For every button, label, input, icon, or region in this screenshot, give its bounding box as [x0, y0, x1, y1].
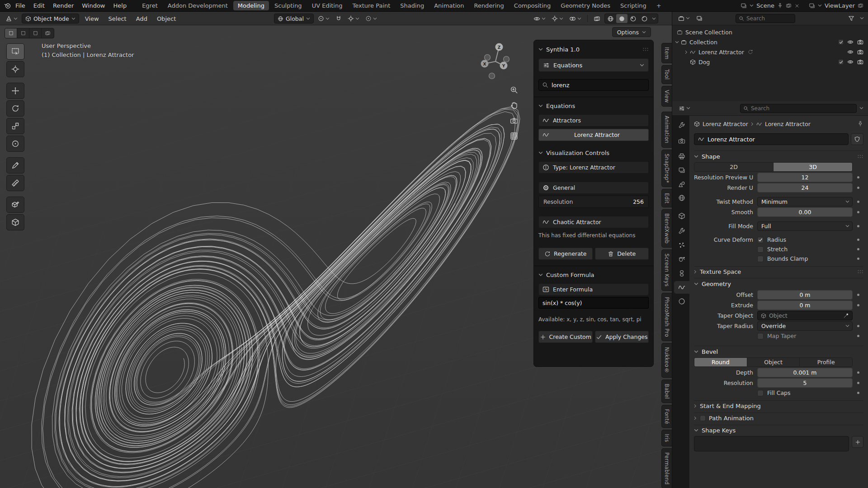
properties-search-input[interactable] — [751, 105, 854, 112]
equations-category-dropdown[interactable]: Equations — [538, 58, 649, 72]
pin-icon[interactable] — [857, 121, 863, 127]
menu-object[interactable]: Object — [153, 15, 179, 22]
workspace-tab-texture-paint[interactable]: Texture Paint — [348, 1, 395, 10]
fill-caps-checkbox[interactable] — [757, 390, 764, 396]
formula-input-field[interactable] — [538, 297, 649, 309]
tab-modifier-properties[interactable] — [674, 225, 689, 238]
shading-rendered-button[interactable] — [639, 14, 650, 23]
tab-tool[interactable]: Tool — [661, 65, 672, 84]
zoom-button[interactable] — [507, 83, 521, 97]
breadcrumb-object[interactable]: Lorenz Attractor — [703, 121, 748, 127]
menu-file[interactable]: File — [11, 2, 29, 9]
menu-window[interactable]: Window — [78, 2, 109, 9]
workspace-tab-geometry-nodes[interactable]: Geometry Nodes — [556, 1, 615, 10]
select-subtract-button[interactable] — [29, 28, 42, 38]
tab-item[interactable]: Item — [661, 43, 672, 63]
taper-object-field[interactable]: Object — [757, 311, 853, 320]
path-animation-checkbox[interactable] — [700, 415, 706, 421]
snap-toggle[interactable] — [334, 14, 344, 23]
breadcrumb-data[interactable]: Lorenz Attractor — [765, 121, 811, 127]
lorenz-attractor-item[interactable]: Lorenz Attractor — [538, 129, 649, 141]
tab-animation[interactable]: Animation — [661, 112, 672, 147]
toggle-2d-button[interactable]: 2D — [694, 163, 774, 171]
bevel-object-button[interactable]: Object — [747, 358, 800, 366]
workspace-tab-shading[interactable]: Shading — [396, 1, 429, 10]
properties-editor-dropdown[interactable] — [677, 103, 692, 113]
regenerate-button[interactable]: Regenerate — [538, 248, 593, 260]
workspace-tab-scripting[interactable]: Scripting — [616, 1, 651, 10]
workspace-tab-addon-development[interactable]: Addon Development — [163, 1, 232, 10]
decorator-dot[interactable] — [857, 294, 859, 296]
tab-nukkeo[interactable]: Nukkeo® — [661, 343, 672, 378]
shading-wireframe-button[interactable] — [605, 14, 616, 23]
bevel-depth-field[interactable]: 0.001 m — [757, 368, 853, 377]
map-taper-checkbox[interactable] — [757, 333, 764, 339]
visualization-controls-header[interactable]: Visualization Controls — [538, 149, 649, 157]
tab-constraint-properties[interactable] — [674, 267, 689, 280]
smooth-field[interactable]: 0.00 — [757, 207, 853, 217]
equation-search-field[interactable] — [538, 79, 649, 91]
proportional-editing-toggle[interactable] — [363, 14, 379, 23]
tool-add-cube[interactable] — [6, 197, 24, 213]
twist-method-dropdown[interactable]: Minimum — [757, 197, 853, 206]
xray-toggle[interactable] — [592, 14, 602, 23]
radius-checkbox[interactable] — [757, 237, 764, 243]
decorator-dot[interactable] — [857, 304, 859, 306]
outliner-row-collection[interactable]: Collection — [672, 37, 868, 47]
outliner-search-input[interactable] — [746, 15, 792, 22]
tab-material-properties[interactable] — [674, 295, 689, 308]
formula-input[interactable] — [542, 300, 645, 306]
hide-eye-icon[interactable] — [847, 59, 854, 65]
workspace-tab-compositing[interactable]: Compositing — [509, 1, 556, 10]
shading-solid-button[interactable] — [616, 14, 627, 23]
filter-funnel-icon[interactable] — [848, 15, 854, 22]
menu-select[interactable]: Select — [105, 15, 130, 22]
fake-user-button[interactable] — [851, 133, 863, 145]
outliner-search-field[interactable] — [736, 14, 795, 23]
scene-browse-icon[interactable] — [741, 3, 747, 9]
tool-rotate[interactable] — [6, 100, 24, 117]
outliner-row-scene-collection[interactable]: Scene Collection — [672, 27, 868, 37]
tab-view[interactable]: View — [661, 86, 672, 107]
camera-view-button[interactable] — [507, 114, 521, 127]
pin-scene-icon[interactable] — [777, 3, 783, 9]
tab-output-properties[interactable] — [674, 150, 689, 163]
unlink-scene-icon[interactable] — [794, 3, 800, 9]
hide-eye-icon[interactable] — [847, 39, 854, 45]
create-custom-button[interactable]: Create Custom — [538, 331, 593, 343]
outliner-row-lorenz-attractor[interactable]: Lorenz Attractor — [672, 47, 868, 57]
decorator-dot[interactable] — [857, 325, 859, 327]
decorator-dot[interactable] — [857, 201, 859, 203]
menu-view[interactable]: View — [81, 15, 103, 22]
decorator-dot[interactable] — [857, 248, 859, 250]
fill-mode-dropdown[interactable]: Full — [757, 221, 853, 231]
navigation-gizmo[interactable]: Z X Y — [474, 40, 517, 83]
tool-move[interactable] — [6, 83, 24, 99]
tab-blendxweb[interactable]: BlendXweb — [661, 209, 672, 248]
tool-select-box[interactable] — [6, 43, 24, 60]
tab-photomesh-pro[interactable]: PhotoMesh Pro — [661, 293, 672, 341]
chevron-right-icon[interactable] — [685, 50, 688, 54]
eyedropper-icon[interactable] — [843, 313, 849, 319]
chevron-down-icon[interactable] — [675, 41, 679, 44]
tab-physics-properties[interactable] — [674, 253, 689, 265]
orthographic-toggle-button[interactable] — [507, 129, 521, 143]
tab-particle-properties[interactable] — [674, 239, 689, 252]
collection-exclude-checkbox[interactable] — [838, 39, 844, 45]
grip-icon[interactable] — [642, 47, 649, 52]
decorator-dot[interactable] — [857, 187, 859, 189]
show-overlays-dropdown[interactable] — [567, 14, 583, 23]
scene-selector[interactable]: Scene — [756, 2, 774, 9]
mode-dropdown[interactable]: Object Mode — [22, 14, 79, 23]
geometry-section-header[interactable]: Geometry — [694, 278, 863, 288]
tab-world-properties[interactable] — [674, 192, 689, 204]
shape-section-header[interactable]: Shape — [694, 150, 863, 160]
select-set-button[interactable] — [5, 28, 17, 38]
decorator-dot[interactable] — [857, 239, 859, 241]
tab-edit[interactable]: Edit — [661, 189, 672, 207]
tab-babel[interactable]: Babel — [661, 380, 672, 403]
delete-button[interactable]: Delete — [595, 248, 649, 260]
decorator-dot[interactable] — [857, 335, 859, 337]
workspace-tab-modeling[interactable]: Modeling — [233, 1, 269, 10]
hide-eye-icon[interactable] — [847, 49, 854, 55]
